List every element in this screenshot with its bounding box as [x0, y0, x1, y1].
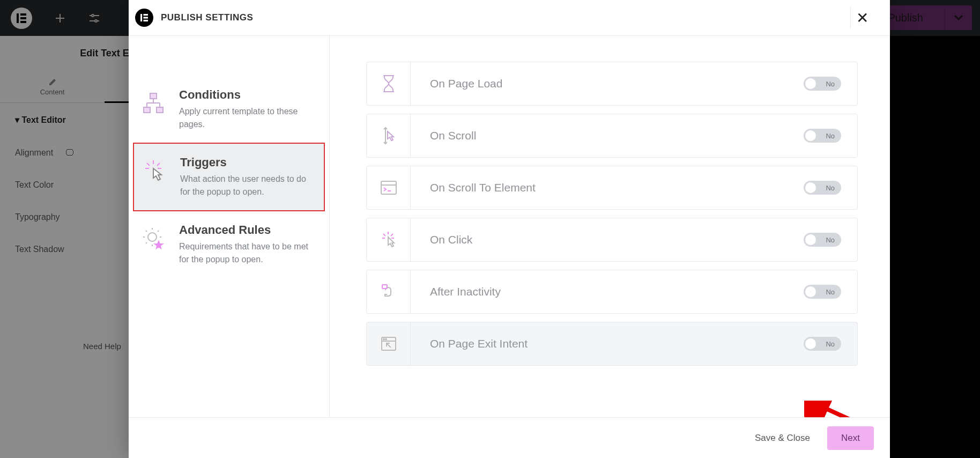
svg-rect-17 [157, 107, 163, 113]
svg-point-27 [148, 233, 157, 241]
trigger-on-page-load[interactable]: On Page Load No [366, 62, 858, 106]
next-button[interactable]: Next [827, 426, 874, 450]
inactivity-icon [367, 270, 411, 313]
trigger-on-scroll-to-element[interactable]: On Scroll To Element No [366, 166, 858, 210]
terminal-icon [367, 166, 411, 209]
close-icon[interactable]: ✕ [850, 7, 874, 29]
toggle-switch[interactable]: No [804, 233, 841, 247]
publish-settings-modal: PUBLISH SETTINGS ✕ [129, 0, 890, 458]
annotation-arrow-icon [804, 401, 885, 417]
svg-rect-13 [143, 17, 148, 18]
svg-line-23 [147, 163, 150, 166]
toggle-switch[interactable]: No [804, 337, 841, 351]
toggle-switch[interactable]: No [804, 77, 841, 91]
elementor-badge-icon [135, 9, 153, 27]
svg-line-43 [387, 343, 391, 348]
trigger-label: On Page Exit Intent [411, 337, 804, 350]
step-desc: Requirements that have to be met for the… [179, 240, 318, 266]
toggle-switch[interactable]: No [804, 181, 841, 195]
trigger-label: On Page Load [411, 77, 804, 90]
step-advanced-rules[interactable]: Advanced Rules Requirements that have to… [129, 211, 329, 278]
svg-line-35 [391, 234, 393, 236]
svg-rect-30 [381, 181, 396, 194]
step-triggers[interactable]: Triggers What action the user needs to d… [133, 143, 325, 211]
modal-title: PUBLISH SETTINGS [161, 12, 253, 23]
trigger-label: After Inactivity [411, 285, 804, 298]
svg-marker-28 [155, 241, 162, 248]
gear-star-icon [138, 223, 168, 253]
svg-rect-12 [143, 14, 148, 16]
trigger-label: On Scroll To Element [411, 181, 804, 194]
svg-rect-15 [150, 93, 157, 99]
svg-line-45 [820, 406, 879, 417]
click-hand-icon [367, 218, 411, 261]
trigger-on-page-exit-intent[interactable]: On Page Exit Intent No [366, 322, 858, 366]
svg-rect-14 [143, 20, 148, 21]
svg-line-34 [383, 234, 385, 236]
steps-sidebar: Conditions Apply current template to the… [129, 36, 330, 417]
trigger-label: On Scroll [411, 129, 804, 142]
step-desc: Apply current template to these pages. [179, 105, 318, 131]
step-desc: What action the user needs to do for the… [180, 173, 317, 198]
step-conditions[interactable]: Conditions Apply current template to the… [129, 76, 329, 143]
svg-point-41 [383, 339, 384, 340]
save-close-link[interactable]: Save & Close [755, 433, 810, 444]
trigger-after-inactivity[interactable]: After Inactivity No [366, 270, 858, 314]
click-icon [139, 156, 169, 186]
svg-rect-16 [144, 107, 150, 113]
trigger-label: On Click [411, 233, 804, 246]
trigger-on-scroll[interactable]: On Scroll No [366, 114, 858, 158]
svg-line-24 [157, 163, 160, 166]
modal-footer: Save & Close Next [129, 417, 890, 458]
scroll-icon [367, 114, 411, 157]
step-title: Advanced Rules [179, 223, 318, 237]
sitemap-icon [138, 88, 168, 118]
step-title: Conditions [179, 88, 318, 102]
triggers-list: On Page Load No On Scroll No On Scro [330, 36, 890, 417]
toggle-switch[interactable]: No [804, 129, 841, 143]
modal-header: PUBLISH SETTINGS ✕ [129, 0, 890, 36]
trigger-on-click[interactable]: On Click No [366, 218, 858, 262]
hourglass-icon [367, 62, 411, 105]
step-title: Triggers [180, 156, 317, 169]
toggle-switch[interactable]: No [804, 285, 841, 299]
svg-point-42 [385, 339, 387, 340]
exit-intent-icon [367, 322, 411, 365]
svg-rect-11 [140, 14, 142, 21]
